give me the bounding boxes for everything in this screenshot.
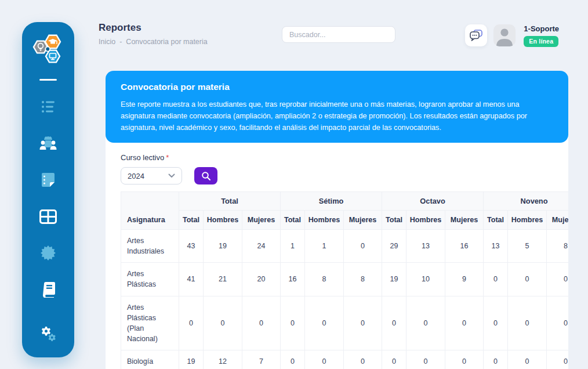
- sidebar-item-students[interactable]: [38, 135, 58, 152]
- value-cell: 0: [508, 263, 547, 296]
- column-header: Hombres: [305, 211, 344, 230]
- value-cell: 1: [305, 230, 344, 263]
- page-title: Reportes: [99, 22, 208, 34]
- column-header: Mujeres: [547, 211, 568, 230]
- value-cell: 0: [445, 350, 484, 369]
- breadcrumb-separator: -: [119, 38, 122, 46]
- subject-cell: Artes Plásticas: [121, 263, 179, 296]
- table-row: Artes Plásticas (Plan Nacional)000000000…: [121, 296, 569, 350]
- value-cell: 41: [179, 263, 204, 296]
- value-cell: 0: [204, 296, 242, 350]
- filter-section: Curso lectivo* 2024: [121, 153, 217, 184]
- chat-button[interactable]: [465, 24, 487, 46]
- value-cell: 13: [406, 230, 445, 263]
- required-asterisk: *: [166, 153, 169, 162]
- value-cell: 0: [344, 350, 382, 369]
- app-logo-hexagons-icon[interactable]: [32, 34, 64, 65]
- value-cell: 12: [204, 350, 242, 369]
- value-cell: 10: [406, 263, 445, 296]
- chevron-down-icon: [168, 173, 175, 178]
- value-cell: 0: [406, 350, 445, 369]
- value-cell: 0: [344, 296, 382, 350]
- group-header: Noveno: [484, 192, 568, 211]
- column-header: Mujeres: [344, 211, 382, 230]
- value-cell: 5: [508, 230, 547, 263]
- value-cell: 0: [406, 296, 445, 350]
- report-banner-description: Este reporte muestra a los estudiantes q…: [121, 99, 553, 133]
- table-row: Artes Industriales4319241102913161358: [121, 230, 569, 263]
- group-header: Total: [179, 192, 281, 211]
- value-cell: 0: [344, 230, 382, 263]
- column-header: Hombres: [406, 211, 445, 230]
- value-cell: 19: [204, 230, 242, 263]
- value-cell: 16: [281, 263, 305, 296]
- value-cell: 0: [445, 296, 484, 350]
- sidebar-item-menu-list[interactable]: [38, 98, 58, 115]
- menu-list-icon: [40, 99, 56, 114]
- sidebar: [22, 22, 74, 357]
- group-header: Octavo: [382, 192, 484, 211]
- group-header: Sétimo: [281, 192, 382, 211]
- table-grid-icon: [39, 209, 57, 224]
- sidebar-item-settings[interactable]: [38, 325, 58, 342]
- avatar[interactable]: [493, 24, 516, 46]
- value-cell: 0: [382, 350, 406, 369]
- value-cell: 0: [305, 296, 344, 350]
- subject-cell: Biología: [121, 350, 179, 369]
- value-cell: 0: [484, 350, 508, 369]
- column-header: Mujeres: [445, 211, 484, 230]
- value-cell: 0: [508, 296, 547, 350]
- report-table-wrap[interactable]: TotalSétimoOctavoNovenoAsignaturaTotalHo…: [121, 191, 568, 369]
- sidebar-item-table[interactable]: [38, 208, 58, 225]
- value-cell: 0: [484, 296, 508, 350]
- report-banner: Convocatoria por materia Este reporte mu…: [106, 71, 568, 143]
- settings-gears-icon: [39, 325, 57, 342]
- value-cell: 8: [547, 230, 568, 263]
- search-input[interactable]: [282, 26, 395, 43]
- group-header-spacer: [121, 192, 179, 211]
- value-cell: 0: [508, 350, 547, 369]
- filter-search-button[interactable]: [194, 167, 217, 184]
- year-select[interactable]: 2024: [121, 167, 182, 184]
- status-badge: En línea: [524, 36, 558, 47]
- column-header: Total: [382, 211, 406, 230]
- value-cell: 0: [281, 350, 305, 369]
- value-cell: 21: [204, 263, 242, 296]
- breadcrumb: Inicio - Convocatoria por materia: [99, 38, 208, 46]
- value-cell: 0: [547, 263, 568, 296]
- column-header: Total: [484, 211, 508, 230]
- global-search: [282, 26, 395, 43]
- column-header: Hombres: [204, 211, 242, 230]
- value-cell: 0: [305, 350, 344, 369]
- value-cell: 9: [445, 263, 484, 296]
- sidebar-item-book[interactable]: [38, 281, 58, 298]
- user-meta: 1-Soporte En línea: [524, 24, 559, 47]
- value-cell: 19: [382, 263, 406, 296]
- value-cell: 8: [344, 263, 382, 296]
- page-header: Reportes Inicio - Convocatoria por mater…: [99, 22, 208, 46]
- value-cell: 7: [242, 350, 281, 369]
- value-cell: 19: [179, 350, 204, 369]
- sidebar-item-seal[interactable]: [38, 244, 58, 262]
- value-cell: 0: [547, 296, 568, 350]
- subject-cell: Artes Industriales: [121, 230, 179, 263]
- report-table: TotalSétimoOctavoNovenoAsignaturaTotalHo…: [121, 191, 568, 369]
- value-cell: 16: [445, 230, 484, 263]
- breadcrumb-home[interactable]: Inicio: [99, 38, 115, 46]
- column-header-subject: Asignatura: [121, 211, 179, 230]
- report-banner-title: Convocatoria por materia: [121, 82, 553, 92]
- user-box: 1-Soporte En línea: [465, 24, 559, 47]
- sidebar-divider: [39, 79, 57, 81]
- value-cell: 1: [281, 230, 305, 263]
- value-cell: 20: [242, 263, 281, 296]
- filter-label-text: Curso lectivo: [121, 153, 164, 162]
- user-name: 1-Soporte: [524, 24, 559, 33]
- user-silhouette-icon: [493, 24, 516, 46]
- breadcrumb-current: Convocatoria por materia: [126, 38, 207, 46]
- sidebar-item-notes[interactable]: [38, 171, 58, 189]
- value-cell: 0: [242, 296, 281, 350]
- value-cell: 0: [547, 350, 568, 369]
- value-cell: 13: [484, 230, 508, 263]
- value-cell: 8: [305, 263, 344, 296]
- value-cell: 0: [281, 296, 305, 350]
